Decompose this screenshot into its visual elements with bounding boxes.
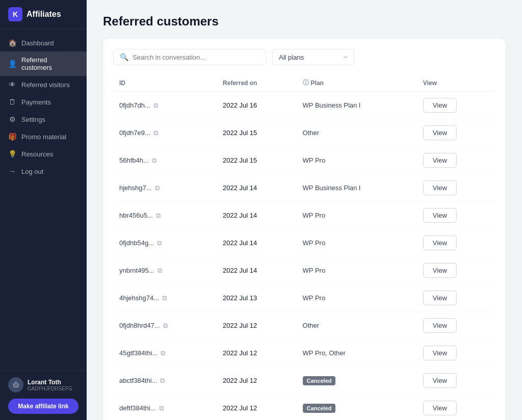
- sidebar-item-label: Payments: [21, 98, 51, 106]
- table-row: hbr456u5... ⧉ 2022 Jul 14 WP Pro View: [113, 202, 495, 229]
- sidebar-item-resources[interactable]: 💡Resources: [0, 145, 87, 163]
- plan-value: WP Business Plan I: [303, 184, 361, 192]
- cell-referred-on: 2022 Jul 15: [217, 119, 297, 147]
- copy-icon[interactable]: ⧉: [153, 129, 158, 137]
- sidebar-item-label: Settings: [21, 116, 45, 123]
- table-row: 0fjdh8hrd47... ⧉ 2022 Jul 12 Other View: [113, 312, 495, 339]
- view-button[interactable]: View: [423, 346, 457, 360]
- copy-icon[interactable]: ⧉: [161, 349, 165, 357]
- plan-value: WP Business Plan I: [303, 101, 361, 109]
- customer-id: 0fjdhb54g...: [119, 239, 154, 247]
- cell-id: 0fjdh7dh... ⧉: [113, 92, 217, 119]
- copy-icon[interactable]: ⧉: [156, 212, 161, 220]
- cell-view: View: [417, 147, 495, 174]
- view-button[interactable]: View: [423, 180, 457, 195]
- customer-id: ynbrnt495...: [119, 267, 154, 274]
- sidebar-item-promo-material[interactable]: 🎁Promo material: [0, 128, 87, 145]
- cell-plan: Canceled: [297, 395, 417, 421]
- resources-icon: 💡: [8, 150, 16, 158]
- user-name: Lorant Toth: [28, 379, 79, 386]
- payments-icon: 🗒: [8, 98, 16, 106]
- view-button[interactable]: View: [423, 263, 457, 278]
- copy-icon[interactable]: ⧉: [162, 294, 167, 302]
- cell-plan: WP Pro, Other: [297, 339, 417, 367]
- sidebar-item-label: Referred customers: [21, 56, 79, 71]
- cell-plan: WP Pro: [297, 229, 417, 257]
- view-button[interactable]: View: [423, 153, 457, 168]
- view-button[interactable]: View: [423, 98, 457, 113]
- sidebar-item-label: Dashboard: [21, 39, 54, 47]
- cell-view: View: [417, 119, 495, 147]
- sidebar-item-settings[interactable]: ⚙Settings: [0, 111, 87, 128]
- col-plan: ⓘ Plan: [297, 74, 417, 92]
- filters-row: 🔍 All plansWP Business Plan IWP ProOther: [113, 49, 495, 65]
- table-row: ynbrnt495... ⧉ 2022 Jul 14 WP Pro View: [113, 257, 495, 284]
- copy-icon[interactable]: ⧉: [153, 101, 158, 110]
- copy-icon[interactable]: ⧉: [163, 322, 168, 330]
- sidebar-item-log-out[interactable]: →Log out: [0, 163, 87, 180]
- sidebar-item-label: Log out: [21, 168, 43, 175]
- copy-icon[interactable]: ⧉: [157, 239, 162, 247]
- customer-id: abctf384thi...: [119, 377, 157, 384]
- logo-icon: K: [8, 7, 22, 21]
- view-button[interactable]: View: [423, 318, 457, 333]
- view-button[interactable]: View: [423, 401, 457, 415]
- table-header: ID Referred on ⓘ Plan View: [113, 74, 495, 92]
- cell-id: 0fjdh7e9... ⧉: [113, 119, 217, 147]
- table-row: 0fjdh7dh... ⧉ 2022 Jul 16 WP Business Pl…: [113, 92, 495, 119]
- copy-icon[interactable]: ⧉: [158, 267, 162, 275]
- user-details: Lorant Toth GADFHJFDRSEFG: [28, 379, 79, 391]
- customer-id: deftf384thi...: [119, 404, 156, 412]
- sidebar-item-referred-visitors[interactable]: 👁Referred visitors: [0, 76, 87, 93]
- view-button[interactable]: View: [423, 291, 457, 305]
- cell-id: 4hjehshg74... ⧉: [113, 284, 217, 312]
- table-row: abctf384thi... ⧉ 2022 Jul 12 Canceled Vi…: [113, 367, 495, 395]
- search-input[interactable]: [133, 54, 259, 61]
- make-affiliate-link-button[interactable]: Make affiliate link: [8, 399, 79, 414]
- cell-id: hbr456u5... ⧉: [113, 202, 217, 229]
- view-button[interactable]: View: [423, 125, 457, 140]
- copy-icon[interactable]: ⧉: [159, 404, 164, 412]
- sidebar-item-label: Referred visitors: [21, 81, 70, 89]
- promo-material-icon: 🎁: [8, 133, 16, 141]
- cell-id: 0fjdh8hrd47... ⧉: [113, 312, 217, 339]
- status-badge: Canceled: [303, 404, 336, 413]
- view-button[interactable]: View: [423, 235, 457, 250]
- sidebar-footer: ⏻ Lorant Toth GADFHJFDRSEFG Make affilia…: [0, 371, 87, 420]
- copy-icon[interactable]: ⧉: [155, 184, 160, 192]
- status-badge: Canceled: [303, 376, 336, 385]
- cell-referred-on: 2022 Jul 14: [217, 202, 297, 229]
- cell-view: View: [417, 92, 495, 119]
- plan-select[interactable]: All plansWP Business Plan IWP ProOther: [272, 49, 354, 65]
- cell-view: View: [417, 367, 495, 395]
- customer-id: 0fjdh7e9...: [119, 129, 150, 137]
- app-title: Affiliates: [27, 10, 61, 19]
- page-title: Referred customers: [103, 14, 506, 29]
- cell-view: View: [417, 229, 495, 257]
- cell-view: View: [417, 339, 495, 367]
- cell-referred-on: 2022 Jul 12: [217, 395, 297, 421]
- sidebar-item-referred-customers[interactable]: 👤Referred customers: [0, 51, 87, 76]
- cell-view: View: [417, 174, 495, 202]
- cell-plan: Other: [297, 119, 417, 147]
- cell-view: View: [417, 257, 495, 284]
- copy-icon[interactable]: ⧉: [152, 156, 156, 165]
- table-row: deftf384thi... ⧉ 2022 Jul 12 Canceled Vi…: [113, 395, 495, 421]
- customer-id: hbr456u5...: [119, 212, 153, 219]
- view-button[interactable]: View: [423, 373, 457, 388]
- col-view: View: [417, 74, 495, 92]
- user-info: ⏻ Lorant Toth GADFHJFDRSEFG: [8, 377, 79, 392]
- cell-referred-on: 2022 Jul 15: [217, 147, 297, 174]
- copy-icon[interactable]: ⧉: [160, 377, 165, 385]
- sidebar: K Affiliates 🏠Dashboard👤Referred custome…: [0, 0, 87, 420]
- customers-table: ID Referred on ⓘ Plan View 0fjdh7dh...: [113, 74, 495, 420]
- cell-plan: WP Pro: [297, 284, 417, 312]
- sidebar-item-dashboard[interactable]: 🏠Dashboard: [0, 34, 87, 51]
- customer-id: 45gtf384thi...: [119, 349, 158, 357]
- cell-plan: Canceled: [297, 367, 417, 395]
- main-card: 🔍 All plansWP Business Plan IWP ProOther…: [103, 39, 506, 420]
- cell-view: View: [417, 284, 495, 312]
- sidebar-item-payments[interactable]: 🗒Payments: [0, 93, 87, 111]
- view-button[interactable]: View: [423, 208, 457, 223]
- cell-id: hjehshg7... ⧉: [113, 174, 217, 202]
